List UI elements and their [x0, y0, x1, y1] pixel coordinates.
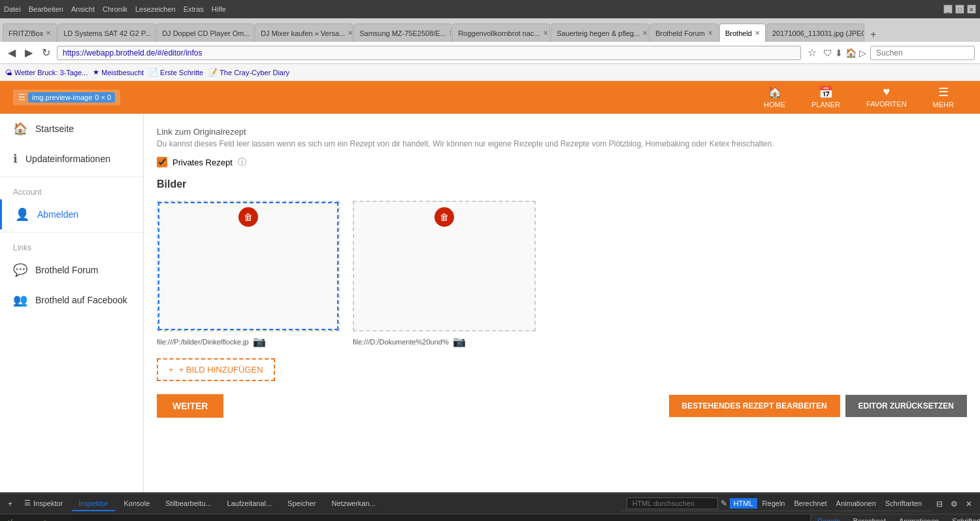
weiter-button[interactable]: WEITER: [157, 394, 223, 418]
devtools-tab-inspektor[interactable]: ☰Inspektor: [18, 496, 69, 511]
menu-datei[interactable]: Datei: [4, 5, 21, 13]
zuruecksetzen-button[interactable]: EDITOR ZURÜCKSETZEN: [845, 395, 967, 417]
sidebar-item-facebook[interactable]: 👥 Brotheld auf Facebook: [0, 285, 143, 315]
tab-close-roggenvoll[interactable]: ✕: [543, 29, 548, 37]
image-url-text-1: file:///P:/bilder/Dinkelflocke.jp: [157, 338, 249, 346]
private-checkbox[interactable]: [157, 157, 167, 167]
sidebar-update-label: Updateinformationen: [25, 154, 110, 164]
nav-planer[interactable]: 📅 PLANER: [798, 80, 853, 116]
tab-samsung[interactable]: Samsung MZ-75E2508/E...✕: [353, 24, 451, 42]
add-image-label: + BILD HINZUFÜGEN: [179, 365, 263, 375]
bookmark-wetter[interactable]: 🌤 Wetter Bruck: 3-Tage...: [5, 69, 88, 76]
dr-tab-schriftarten[interactable]: Schriftarten: [945, 514, 980, 521]
planer-nav-icon: 📅: [819, 85, 833, 99]
update-icon: ℹ: [13, 152, 18, 166]
bearbeiten-button[interactable]: BESTEHENDES REZEPT BEARBEITEN: [669, 395, 840, 417]
browser-tabs: FRITZ!Box✕ LD Systems SAT 42 G2 P...✕ DJ…: [0, 18, 980, 42]
tab-brotheld[interactable]: Brotheld✕: [719, 24, 766, 42]
menu-ansicht[interactable]: Ansicht: [71, 5, 95, 13]
browser-search-input[interactable]: [870, 46, 975, 60]
sidebar-forum-label: Brotheld Forum: [35, 265, 98, 275]
bookmark-star[interactable]: ☆: [805, 45, 819, 60]
menu-extras[interactable]: Extras: [184, 5, 204, 13]
tab-close-samsung[interactable]: ✕: [449, 29, 451, 37]
devtools-dock-button[interactable]: ⊟: [934, 498, 945, 510]
tab-fritzbox[interactable]: FRITZ!Box✕: [3, 24, 57, 42]
bookmark-cray[interactable]: 📝 The Cray-Cyber Diary: [208, 68, 289, 76]
forward-button[interactable]: ▶: [22, 45, 35, 60]
menu-hilfe[interactable]: Hilfe: [212, 5, 226, 13]
delete-image-1-button[interactable]: 🗑: [238, 207, 258, 227]
dr-tab-regeln[interactable]: Regeln: [811, 514, 847, 521]
abmelden-icon: 👤: [15, 207, 29, 222]
devtools-close-button[interactable]: ✕: [963, 498, 975, 510]
tab-close-sauerteig[interactable]: ✕: [642, 29, 647, 37]
tab-dj-doppel[interactable]: DJ Doppel CD Player Om...✕: [156, 24, 254, 42]
devtools-tab-debugger[interactable]: Konsole: [118, 497, 157, 511]
mode-animationen[interactable]: Animationen: [832, 498, 880, 509]
address-bar-icons: 🛡 ⬇ 🏠 ▷: [823, 48, 866, 58]
devtools-body: <!--...--> <button class="delete-image r…: [0, 514, 980, 521]
mode-berechnet[interactable]: Berechnet: [790, 498, 830, 509]
devtools-tab-stilearbeitu[interactable]: Stilbearbeitu...: [159, 497, 218, 511]
image-url-text-2: file:///D:/Dokumente%20und%: [353, 338, 449, 346]
html-search-input[interactable]: [627, 497, 718, 509]
camera-button-1[interactable]: 📷: [253, 335, 266, 348]
devtools-tab-netzwerkan[interactable]: Netzwerkan...: [325, 497, 382, 511]
nav-favoriten[interactable]: ♥ FAVORITEN: [853, 80, 920, 116]
minimize-button[interactable]: _: [943, 5, 953, 14]
back-button[interactable]: ◀: [5, 45, 18, 60]
sidebar-item-abmelden[interactable]: 👤 Abmelden: [0, 199, 143, 229]
new-tab-button[interactable]: +: [865, 27, 881, 42]
sidebar-item-brotheld-forum[interactable]: 💬 Brotheld Forum: [0, 255, 143, 285]
mode-schriftarten[interactable]: Schriftarten: [881, 498, 926, 509]
maximize-button[interactable]: □: [955, 5, 964, 14]
home-nav-icon: 🏠: [768, 85, 782, 99]
tab-ld[interactable]: LD Systems SAT 42 G2 P...✕: [57, 24, 155, 42]
tab-dj-mixer[interactable]: DJ Mixer kaufen » Versa...✕: [255, 24, 353, 42]
menu-bearbeiten[interactable]: Bearbeiten: [29, 5, 63, 13]
tab-close-ld[interactable]: ✕: [154, 29, 155, 37]
app-header: ☰ img.preview-image 0 × 0 🏠 HOME 📅 PLANE…: [0, 81, 980, 114]
mode-regeln[interactable]: Regeln: [759, 498, 789, 509]
tab-brotheld-forum[interactable]: Brotheld Forum✕: [649, 24, 719, 42]
menu-toggle[interactable]: ☰ img.preview-image 0 × 0: [13, 90, 120, 105]
devtools-tab-laufzeitanal[interactable]: Laufzeitanal...: [221, 497, 279, 511]
devtools-panel: + ☰Inspektor Inspektor Konsole Stilbearb…: [0, 492, 980, 521]
nav-home[interactable]: 🏠 HOME: [751, 80, 798, 116]
delete-image-2-button[interactable]: 🗑: [434, 207, 454, 227]
menu-lesezeichen[interactable]: Lesezeichen: [135, 5, 176, 13]
bookmark-erste-schritte[interactable]: 📄 Erste Schritte: [149, 68, 203, 76]
add-image-button[interactable]: + + BILD HINZUFÜGEN: [157, 358, 275, 381]
html-search-pen-icon[interactable]: ✎: [721, 499, 727, 508]
tab-sauerteig[interactable]: Sauerteig hegen & pfleg...✕: [551, 24, 649, 42]
add-image-plus-icon: +: [169, 365, 174, 375]
tab-roggenvoll[interactable]: Roggenvollkornbrot nac...✕: [452, 24, 550, 42]
sidebar-item-update[interactable]: ℹ Updateinformationen: [0, 144, 143, 174]
devtools-tab-speicher[interactable]: Speicher: [281, 497, 322, 511]
dr-tab-animationen[interactable]: Animationen: [892, 514, 945, 521]
devtools-tab-konsole[interactable]: Inspektor: [72, 497, 114, 511]
dr-tab-berechnet[interactable]: Berechnet: [847, 514, 892, 521]
reload-button[interactable]: ↻: [39, 45, 53, 60]
close-button[interactable]: ✕: [967, 5, 976, 14]
menu-chronik[interactable]: Chronik: [103, 5, 127, 13]
tab-close-brotheld-forum[interactable]: ✕: [708, 29, 713, 37]
nav-planer-label: PLANER: [811, 101, 840, 109]
nav-mehr[interactable]: ☰ MEHR: [920, 80, 967, 116]
camera-button-2[interactable]: 📷: [453, 335, 466, 348]
tab-close-dj-doppel[interactable]: ✕: [253, 29, 255, 37]
mode-html[interactable]: HTML: [730, 498, 757, 509]
devtools-settings-button[interactable]: ⚙: [948, 498, 960, 510]
tab-close-fritzbox[interactable]: ✕: [46, 29, 51, 37]
private-info-icon[interactable]: ⓘ: [238, 156, 246, 168]
sidebar-item-startseite[interactable]: 🏠 Startseite: [0, 114, 143, 144]
image-url-row-2: file:///D:/Dokumente%20und% 📷: [353, 335, 536, 348]
bookmark-meistbesucht[interactable]: ★ Meistbesucht: [93, 68, 144, 76]
url-input[interactable]: [57, 46, 801, 60]
devtools-add-button[interactable]: +: [5, 498, 15, 510]
tab-jpg[interactable]: 20171006_113031.jpg (JPEG...✕: [766, 24, 864, 42]
tab-close-brotheld[interactable]: ✕: [755, 29, 760, 37]
tab-close-dj-mixer[interactable]: ✕: [348, 29, 353, 37]
bookmarks-bar: 🌤 Wetter Bruck: 3-Tage... ★ Meistbesucht…: [0, 64, 980, 81]
